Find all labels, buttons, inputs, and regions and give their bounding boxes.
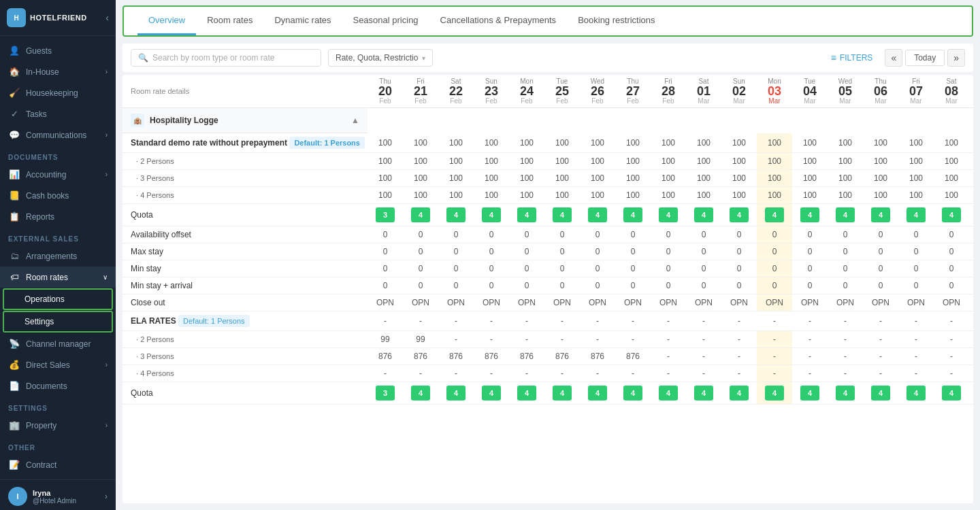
rate-cell: 876 bbox=[544, 348, 580, 365]
rate-cell[interactable]: 4 bbox=[721, 204, 757, 226]
sidebar-item-documents[interactable]: 📄 Documents bbox=[0, 375, 116, 396]
sidebar-collapse-icon[interactable]: ‹ bbox=[105, 12, 109, 23]
documents-icon: 📄 bbox=[8, 381, 20, 391]
prev-date-button[interactable]: « bbox=[885, 49, 902, 67]
rate-cell: 100 bbox=[615, 153, 651, 170]
rate-cell[interactable]: 4 bbox=[969, 382, 973, 405]
today-button[interactable]: Today bbox=[905, 50, 945, 66]
tab-overview[interactable]: Overview bbox=[137, 7, 196, 35]
rate-cell[interactable]: 4 bbox=[615, 204, 651, 226]
sidebar-item-cashbooks[interactable]: 📒 Cash books bbox=[0, 185, 116, 206]
table-row: 3 Persons876876876876876876876876-------… bbox=[122, 348, 973, 365]
rate-cell: 0 bbox=[757, 260, 792, 277]
rate-cell: 100 bbox=[792, 153, 828, 170]
rate-cell[interactable]: 4 bbox=[934, 382, 969, 405]
sidebar-item-communications[interactable]: 💬 Communications › bbox=[0, 124, 116, 146]
rate-cell[interactable]: 4 bbox=[757, 382, 792, 405]
documents-section-label: DOCUMENTS bbox=[0, 146, 116, 164]
rate-cell[interactable]: 4 bbox=[544, 204, 580, 226]
rate-cell[interactable]: 4 bbox=[474, 204, 509, 226]
rate-cell[interactable]: 4 bbox=[792, 204, 828, 226]
rate-cell: - bbox=[792, 311, 828, 331]
sidebar-item-accounting[interactable]: 📊 Accounting › bbox=[0, 164, 116, 185]
sidebar-item-operations[interactable]: Operations bbox=[3, 288, 113, 310]
sidebar-item-guests[interactable]: 👤 Guests bbox=[0, 40, 116, 61]
rate-cell: OPN bbox=[898, 294, 934, 311]
sidebar-item-label: Guests bbox=[26, 46, 52, 56]
next-date-button[interactable]: » bbox=[947, 49, 965, 67]
rate-cell[interactable]: 4 bbox=[757, 204, 792, 226]
rate-cell[interactable]: 3 bbox=[368, 204, 403, 226]
rate-cell[interactable]: 4 bbox=[615, 382, 651, 405]
filter-lines-icon: ≡ bbox=[831, 52, 836, 63]
sidebar-item-settings[interactable]: Settings bbox=[3, 311, 113, 333]
tab-room-rates[interactable]: Room rates bbox=[196, 7, 263, 35]
rate-cell[interactable]: 4 bbox=[721, 382, 757, 405]
sidebar-item-reports[interactable]: 📋 Reports bbox=[0, 206, 116, 227]
rate-cell: 100 bbox=[828, 170, 863, 187]
sidebar-item-roomrates[interactable]: 🏷 Room rates ∨ bbox=[0, 267, 116, 288]
rate-cell[interactable]: 4 bbox=[580, 204, 615, 226]
rate-cell: 0 bbox=[757, 277, 792, 294]
rate-cell[interactable]: 4 bbox=[438, 382, 474, 405]
rate-cell: 0 bbox=[651, 260, 686, 277]
rate-cell[interactable]: 4 bbox=[828, 204, 863, 226]
sidebar-item-housekeeping[interactable]: 🧹 Housekeeping bbox=[0, 82, 116, 103]
rate-cell[interactable]: 4 bbox=[403, 382, 438, 405]
rate-cell[interactable]: 4 bbox=[474, 382, 509, 405]
rate-cell[interactable]: 4 bbox=[509, 382, 544, 405]
tab-booking-restrictions[interactable]: Booking restrictions bbox=[567, 7, 666, 35]
rate-cell[interactable]: 4 bbox=[898, 204, 934, 226]
rate-cell[interactable]: 4 bbox=[438, 204, 474, 226]
rate-cell: 100 bbox=[403, 187, 438, 204]
sidebar-item-channel-manager[interactable]: 📡 Channel manager bbox=[0, 333, 116, 354]
rate-cell[interactable]: 4 bbox=[580, 382, 615, 405]
collapse-icon[interactable]: ▲ bbox=[351, 116, 359, 125]
rate-cell: - bbox=[792, 331, 828, 348]
rate-cell[interactable]: 4 bbox=[898, 382, 934, 405]
rate-cell: - bbox=[828, 365, 863, 382]
quota-badge: 4 bbox=[836, 207, 855, 222]
rate-cell[interactable]: 4 bbox=[969, 204, 973, 226]
sidebar-item-contract[interactable]: 📝 Contract bbox=[0, 454, 116, 475]
filter-label: Rate, Quota, Restrictio bbox=[336, 53, 418, 63]
rate-cell[interactable]: 4 bbox=[403, 204, 438, 226]
rate-cell[interactable]: 4 bbox=[651, 382, 686, 405]
rate-cell[interactable]: 4 bbox=[792, 382, 828, 405]
sidebar-item-direct-sales[interactable]: 💰 Direct Sales › bbox=[0, 354, 116, 375]
tab-seasonal-pricing[interactable]: Seasonal pricing bbox=[342, 7, 429, 35]
rate-cell[interactable]: 4 bbox=[651, 204, 686, 226]
rate-cell[interactable]: 4 bbox=[509, 204, 544, 226]
rate-cell[interactable]: 4 bbox=[828, 382, 863, 405]
filters-button[interactable]: ≡ FILTERS bbox=[826, 49, 879, 67]
search-box[interactable]: 🔍 Search by room type or room rate bbox=[131, 49, 321, 67]
rate-cell[interactable]: 4 bbox=[863, 204, 898, 226]
rate-cell: 100 bbox=[934, 133, 969, 153]
rate-cell: - bbox=[686, 331, 721, 348]
rate-cell: 0 bbox=[686, 277, 721, 294]
rate-cell: 0 bbox=[686, 226, 721, 243]
user-menu-icon[interactable]: › bbox=[105, 492, 108, 501]
sidebar-item-tasks[interactable]: ✓ Tasks bbox=[0, 103, 116, 124]
rate-cell: - bbox=[509, 311, 544, 331]
rate-cell[interactable]: 4 bbox=[686, 382, 721, 405]
sidebar-item-inhouse[interactable]: 🏠 In-House › bbox=[0, 61, 116, 82]
rate-cell[interactable]: 4 bbox=[686, 204, 721, 226]
rate-cell[interactable]: 3 bbox=[368, 382, 403, 405]
tab-cancellations[interactable]: Cancellations & Prepayments bbox=[429, 7, 568, 35]
rate-cell: 0 bbox=[934, 243, 969, 260]
rate-cell[interactable]: 4 bbox=[863, 382, 898, 405]
rate-cell: 0 bbox=[474, 226, 509, 243]
quota-badge: 4 bbox=[588, 207, 607, 222]
table-row: Quota3444444444444444444 bbox=[122, 204, 973, 226]
tab-dynamic-rates[interactable]: Dynamic rates bbox=[263, 7, 342, 35]
rate-cell[interactable]: 4 bbox=[544, 382, 580, 405]
rate-cell: - bbox=[686, 365, 721, 382]
rate-cell: - bbox=[898, 348, 934, 365]
sidebar-item-property[interactable]: 🏢 Property › bbox=[0, 415, 116, 436]
rate-cell: 100 bbox=[615, 187, 651, 204]
filter-dropdown[interactable]: Rate, Quota, Restrictio ▾ bbox=[328, 49, 433, 67]
rate-cell: 0 bbox=[863, 226, 898, 243]
sidebar-item-arrangements[interactable]: 🗂 Arrangements bbox=[0, 245, 116, 267]
rate-cell[interactable]: 4 bbox=[934, 204, 969, 226]
